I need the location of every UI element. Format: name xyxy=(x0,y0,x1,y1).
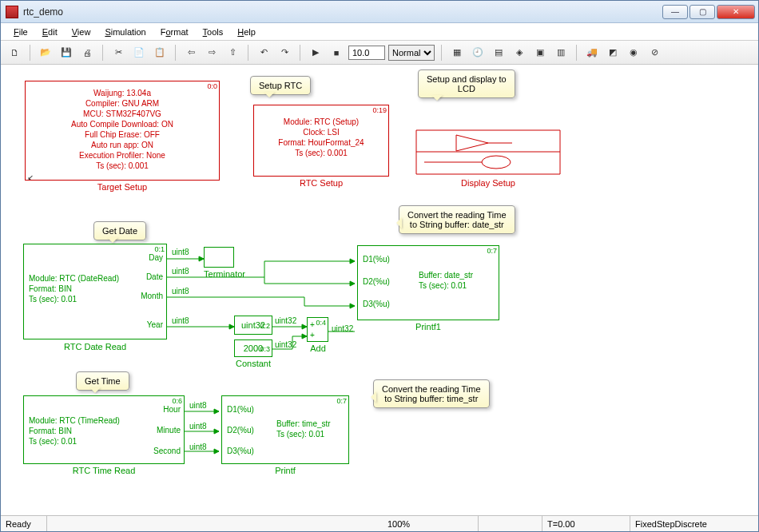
block-add[interactable]: 0:4 + + xyxy=(307,317,328,342)
app-window: rtc_demo — ▢ ✕ File Edit View Simulation… xyxy=(0,0,759,532)
block-corner-label: 0:2 xyxy=(260,317,270,335)
print-icon[interactable]: 🖨 xyxy=(78,44,96,62)
play-icon[interactable]: ▶ xyxy=(307,44,324,62)
op-label: + xyxy=(310,320,315,330)
menu-edit[interactable]: Edit xyxy=(36,26,64,38)
minimize-button[interactable]: — xyxy=(662,5,688,19)
save-icon[interactable]: 💾 xyxy=(58,44,75,62)
tool-t1-icon[interactable]: ▦ xyxy=(448,44,466,62)
port-label: D1(%u) xyxy=(363,254,390,264)
back-icon[interactable]: ⇦ xyxy=(182,44,200,62)
block-label: Target Setup xyxy=(25,182,220,192)
svg-marker-4 xyxy=(350,304,355,308)
block-corner-label: 0:3 xyxy=(260,341,270,357)
menu-format[interactable]: Format xyxy=(154,26,195,38)
block-text: Module: RTC (DateRead) Format: BIN Ts (s… xyxy=(29,273,119,304)
block-constant[interactable]: 0:3 2000 xyxy=(234,339,272,357)
signal-type: uint8 xyxy=(172,247,189,257)
block-label: Display Setup xyxy=(416,178,560,188)
forward-icon[interactable]: ⇨ xyxy=(203,44,221,62)
port-label: D3(%u) xyxy=(227,446,254,456)
block-corner-label: 0:7 xyxy=(336,397,347,405)
block-printf1[interactable]: 0:7 D1(%u) D2(%u) D3(%u) Buffer: date_st… xyxy=(357,245,499,320)
block-text: Module: RTC (Setup) Clock: LSI Format: H… xyxy=(254,117,388,158)
signal-type: uint8 xyxy=(172,266,189,276)
maximize-button[interactable]: ▢ xyxy=(689,5,715,19)
stop-time-input[interactable] xyxy=(348,46,385,60)
copy-icon[interactable]: 📄 xyxy=(130,44,148,62)
new-icon[interactable]: 🗋 xyxy=(6,44,23,62)
block-corner-label: 0:19 xyxy=(372,106,387,114)
block-text: Waijung: 13.04a Compiler: GNU ARM MCU: S… xyxy=(26,88,219,171)
svg-marker-3 xyxy=(350,259,355,264)
tool-t7-icon[interactable]: 🚚 xyxy=(583,44,601,62)
paste-icon[interactable]: 📋 xyxy=(151,44,169,62)
tool-t3-icon[interactable]: ▤ xyxy=(490,44,507,62)
block-text: Module: RTC (TimeRead) Format: BIN Ts (s… xyxy=(29,415,120,447)
port-label: Minute xyxy=(157,425,181,435)
tool-t6-icon[interactable]: ▥ xyxy=(552,44,570,62)
menu-file[interactable]: File xyxy=(7,26,34,38)
status-ready: Ready xyxy=(1,516,47,531)
up-icon[interactable]: ⇧ xyxy=(224,44,241,62)
block-label: Printf xyxy=(221,466,349,475)
app-icon xyxy=(6,6,18,18)
undo-icon[interactable]: ↶ xyxy=(255,44,272,62)
port-label: Day xyxy=(149,252,163,263)
tool-t8-icon[interactable]: ◩ xyxy=(604,44,622,62)
window-title: rtc_demo xyxy=(23,6,662,18)
callout-setup-rtc: Setup RTC xyxy=(250,76,311,95)
menu-view[interactable]: View xyxy=(66,26,97,38)
signal-type: uint32 xyxy=(332,324,353,334)
block-target-setup[interactable]: 0:0 Waijung: 13.04a Compiler: GNU ARM MC… xyxy=(25,81,220,181)
simulation-mode-select[interactable]: Normal xyxy=(388,45,435,61)
menu-simulation[interactable]: Simulation xyxy=(98,26,152,38)
port-label: Second xyxy=(153,446,181,456)
port-label: Hour xyxy=(163,404,181,415)
callout-conv-time: Convert the reading Time to String buffe… xyxy=(373,379,490,408)
tool-t2-icon[interactable]: 🕘 xyxy=(469,44,487,62)
status-solver: FixedStepDiscrete xyxy=(630,516,758,531)
block-terminator[interactable] xyxy=(204,247,234,268)
block-label: Printf1 xyxy=(357,322,499,332)
signal-type: uint8 xyxy=(172,316,189,326)
svg-marker-2 xyxy=(350,281,355,286)
block-time-read[interactable]: 0:6 Module: RTC (TimeRead) Format: BIN T… xyxy=(23,395,185,464)
cut-icon[interactable]: ✂ xyxy=(109,44,127,62)
redo-icon[interactable]: ↷ xyxy=(276,44,293,62)
tool-t10-icon[interactable]: ⊘ xyxy=(646,44,663,62)
menubar: File Edit View Simulation Format Tools H… xyxy=(1,23,758,41)
menu-tools[interactable]: Tools xyxy=(197,26,230,38)
menu-help[interactable]: Help xyxy=(231,26,262,38)
port-label: D2(%u) xyxy=(363,276,390,287)
block-date-read[interactable]: 0:1 Module: RTC (DateRead) Format: BIN T… xyxy=(23,244,167,339)
block-label: RTC Date Read xyxy=(23,342,167,351)
tool-t9-icon[interactable]: ◉ xyxy=(625,44,642,62)
signal-type: uint8 xyxy=(189,400,207,411)
signal-type: uint8 xyxy=(189,442,207,452)
block-uint32-conv[interactable]: 0:2 uint32 xyxy=(234,316,272,335)
signal-type: uint32 xyxy=(275,339,296,350)
status-zoom: 100% xyxy=(383,516,479,531)
toolbar: 🗋 📂 💾 🖨 ✂ 📄 📋 ⇦ ⇨ ⇧ ↶ ↷ ▶ ■ Normal ▦ 🕘 ▤… xyxy=(1,41,758,65)
block-text: Buffer: time_str Ts (sec): 0.01 xyxy=(276,419,331,439)
block-text: Buffer: date_str Ts (sec): 0.01 xyxy=(419,270,473,291)
close-button[interactable]: ✕ xyxy=(717,5,755,19)
op-label: + xyxy=(310,330,315,340)
open-icon[interactable]: 📂 xyxy=(37,44,54,62)
model-canvas[interactable]: 0:0 Waijung: 13.04a Compiler: GNU ARM MC… xyxy=(1,65,758,515)
tool-t5-icon[interactable]: ▣ xyxy=(531,44,549,62)
signal-type: uint8 xyxy=(189,421,207,431)
callout-setup-lcd: Setup and display to LCD xyxy=(418,69,515,98)
statusbar: Ready 100% T=0.00 FixedStepDiscrete xyxy=(1,515,758,531)
svg-marker-10 xyxy=(214,449,219,454)
port-label: Year xyxy=(147,320,163,330)
block-printf[interactable]: 0:7 D1(%u) D2(%u) D3(%u) Buffer: time_st… xyxy=(221,395,349,464)
tool-t4-icon[interactable]: ◈ xyxy=(511,44,528,62)
block-rtc-setup[interactable]: 0:19 Module: RTC (Setup) Clock: LSI Form… xyxy=(253,105,389,177)
status-blank xyxy=(479,516,542,531)
status-time: T=0.00 xyxy=(542,516,630,531)
port-label: Month xyxy=(141,291,163,301)
stop-icon[interactable]: ■ xyxy=(328,44,345,62)
block-label: Add xyxy=(299,343,337,353)
